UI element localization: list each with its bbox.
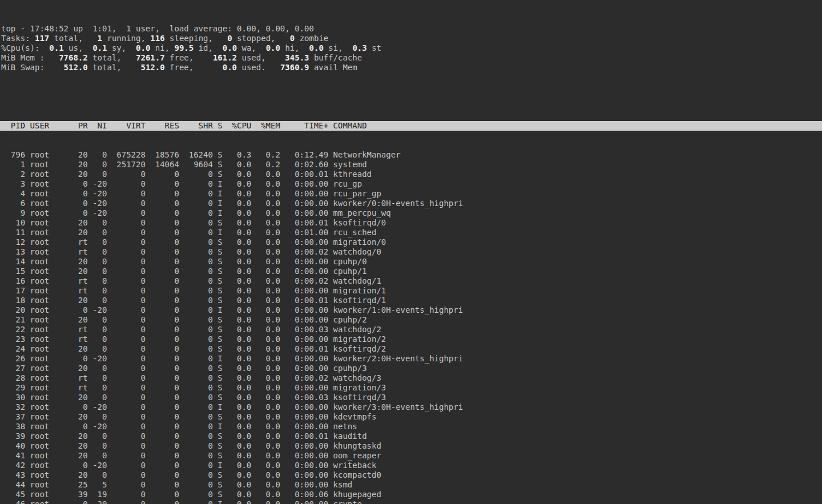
process-row: 40 root 20 0 0 0 0 S 0.0 0.0 0:00.00 khu…	[0, 441, 822, 451]
process-row: 37 root 20 0 0 0 0 S 0.0 0.0 0:00.00 kde…	[0, 412, 822, 422]
summary-label: MiB Mem :	[1, 53, 59, 62]
process-table-header: PID USER PR NI VIRT RES SHR S %CPU %MEM …	[0, 121, 822, 131]
terminal-screen[interactable]: top - 17:48:52 up 1:01, 1 user, load ave…	[0, 0, 822, 504]
process-row: 22 root rt 0 0 0 0 S 0.0 0.0 0:00.03 wat…	[0, 325, 822, 334]
summary-label: Tasks:	[1, 34, 35, 43]
summary-label: top - 17:48:52 up 1:01, 1 user, load ave…	[1, 24, 314, 33]
process-row: 13 root rt 0 0 0 0 S 0.0 0.0 0:00.02 wat…	[0, 247, 822, 257]
process-row: 9 root 0 -20 0 0 0 I 0.0 0.0 0:00.00 mm_…	[0, 208, 822, 218]
summary-value: 512.0	[140, 63, 164, 72]
process-row: 30 root 20 0 0 0 0 S 0.0 0.0 0:00.03 kso…	[0, 393, 822, 402]
process-list: 796 root 20 0 675228 18576 16240 S 0.3 0…	[0, 150, 822, 504]
process-row: 46 root 0 -20 0 0 0 I 0.0 0.0 0:00.00 cr…	[0, 499, 822, 504]
mem-line: MiB Mem : 7768.2 total, 7261.7 free, 161…	[0, 53, 822, 63]
summary-label: %Cpu(s):	[1, 43, 49, 53]
summary-value: 0.0	[309, 43, 324, 53]
summary-label: used.	[237, 63, 280, 72]
process-row: 38 root 0 -20 0 0 0 I 0.0 0.0 0:00.00 ne…	[0, 422, 822, 432]
process-row: 43 root 20 0 0 0 0 S 0.0 0.0 0:00.00 kco…	[0, 470, 822, 480]
process-row: 4 root 0 -20 0 0 0 I 0.0 0.0 0:00.00 rcu…	[0, 189, 822, 199]
process-row: 45 root 39 19 0 0 0 S 0.0 0.0 0:00.06 kh…	[0, 490, 822, 499]
summary-value: 0	[290, 34, 295, 43]
process-row: 15 root 20 0 0 0 0 S 0.0 0.0 0:00.00 cpu…	[0, 267, 822, 276]
process-row: 11 root 20 0 0 0 0 I 0.0 0.0 0:01.00 rcu…	[0, 228, 822, 237]
process-row: 17 root rt 0 0 0 0 S 0.0 0.0 0:00.00 mig…	[0, 286, 822, 296]
summary-value: 7768.2	[59, 53, 88, 62]
summary-label: wa,	[237, 43, 266, 53]
blank-line	[0, 92, 822, 102]
tasks-line: Tasks: 117 total, 1 running, 116 sleepin…	[0, 34, 822, 43]
summary-value: 0.0	[223, 43, 237, 53]
summary-label: sy,	[107, 43, 136, 53]
summary-label: us,	[64, 43, 93, 53]
summary-value: 0.0	[136, 43, 150, 53]
process-row: 44 root 25 5 0 0 0 S 0.0 0.0 0:00.00 ksm…	[0, 480, 822, 490]
process-row: 41 root 20 0 0 0 0 S 0.0 0.0 0:00.00 oom…	[0, 451, 822, 461]
summary-value: 512.0	[64, 63, 88, 72]
summary-value: 345.3	[285, 53, 309, 62]
process-row: 32 root 0 -20 0 0 0 I 0.0 0.0 0:00.00 kw…	[0, 402, 822, 412]
swap-line: MiB Swap: 512.0 total, 512.0 free, 0.0 u…	[0, 63, 822, 72]
summary-label: free,	[165, 63, 223, 72]
summary-label: total,	[88, 63, 141, 72]
process-row: 2 root 20 0 0 0 0 S 0.0 0.0 0:00.01 kthr…	[0, 170, 822, 179]
process-row: 39 root 20 0 0 0 0 S 0.0 0.0 0:00.01 kau…	[0, 432, 822, 441]
summary-label: zombie	[295, 34, 328, 43]
process-row: 29 root rt 0 0 0 0 S 0.0 0.0 0:00.00 mig…	[0, 383, 822, 393]
summary-label: si,	[324, 43, 353, 53]
summary-value: 117	[35, 34, 49, 43]
summary-label: hi,	[280, 43, 309, 53]
summary-value: 99.5	[175, 43, 194, 53]
summary-value: 116	[150, 34, 164, 43]
summary-label: sleeping,	[165, 34, 228, 43]
process-row: 3 root 0 -20 0 0 0 I 0.0 0.0 0:00.00 rcu…	[0, 179, 822, 189]
cpu-line: %Cpu(s): 0.1 us, 0.1 sy, 0.0 ni, 99.5 id…	[0, 43, 822, 53]
process-row: 12 root rt 0 0 0 0 S 0.0 0.0 0:00.00 mig…	[0, 237, 822, 247]
summary-label: avail Mem	[309, 63, 357, 72]
summary-value: 0.1	[92, 43, 107, 53]
summary-value: 0.0	[266, 43, 280, 53]
process-row: 16 root rt 0 0 0 0 S 0.0 0.0 0:00.02 wat…	[0, 276, 822, 286]
summary-label: ni,	[150, 43, 174, 53]
process-row: 10 root 20 0 0 0 0 S 0.0 0.0 0:00.01 kso…	[0, 218, 822, 228]
summary-label: total,	[88, 53, 136, 62]
summary-label: running,	[102, 34, 150, 43]
summary-value: 0.0	[223, 63, 237, 72]
summary-value: 0	[227, 34, 232, 43]
summary-value: 161.2	[213, 53, 237, 62]
uptime-line: top - 17:48:52 up 1:01, 1 user, load ave…	[0, 24, 822, 34]
process-row: 28 root rt 0 0 0 0 S 0.0 0.0 0:00.02 wat…	[0, 373, 822, 383]
summary-label: buff/cache	[309, 53, 362, 62]
process-row: 20 root 0 -20 0 0 0 I 0.0 0.0 0:00.00 kw…	[0, 305, 822, 315]
summary-label: MiB Swap:	[1, 63, 64, 72]
summary-label: id,	[194, 43, 223, 53]
process-row: 14 root 20 0 0 0 0 S 0.0 0.0 0:00.00 cpu…	[0, 257, 822, 267]
process-row: 18 root 20 0 0 0 0 S 0.0 0.0 0:00.01 kso…	[0, 296, 822, 305]
summary-value: 7360.9	[280, 63, 309, 72]
summary-label: st	[367, 43, 381, 53]
process-row: 6 root 0 -20 0 0 0 I 0.0 0.0 0:00.00 kwo…	[0, 199, 822, 208]
process-row: 796 root 20 0 675228 18576 16240 S 0.3 0…	[0, 150, 822, 160]
process-row: 1 root 20 0 251720 14064 9604 S 0.0 0.2 …	[0, 160, 822, 170]
process-row: 42 root 0 -20 0 0 0 I 0.0 0.0 0:00.00 wr…	[0, 461, 822, 470]
process-row: 21 root 20 0 0 0 0 S 0.0 0.0 0:00.00 cpu…	[0, 315, 822, 325]
summary-label: stopped,	[232, 34, 290, 43]
summary-label: free,	[165, 53, 213, 62]
summary-label: used,	[237, 53, 285, 62]
summary-label: total,	[49, 34, 97, 43]
process-row: 27 root 20 0 0 0 0 S 0.0 0.0 0:00.00 cpu…	[0, 364, 822, 373]
summary-value: 7261.7	[136, 53, 165, 62]
process-row: 26 root 0 -20 0 0 0 I 0.0 0.0 0:00.00 kw…	[0, 354, 822, 364]
top-summary: top - 17:48:52 up 1:01, 1 user, load ave…	[0, 24, 822, 72]
process-row: 23 root rt 0 0 0 0 S 0.0 0.0 0:00.00 mig…	[0, 334, 822, 344]
summary-value: 1	[98, 34, 102, 43]
summary-value: 0.1	[49, 43, 63, 53]
summary-value: 0.3	[352, 43, 366, 53]
process-row: 24 root 20 0 0 0 0 S 0.0 0.0 0:00.01 kso…	[0, 344, 822, 354]
